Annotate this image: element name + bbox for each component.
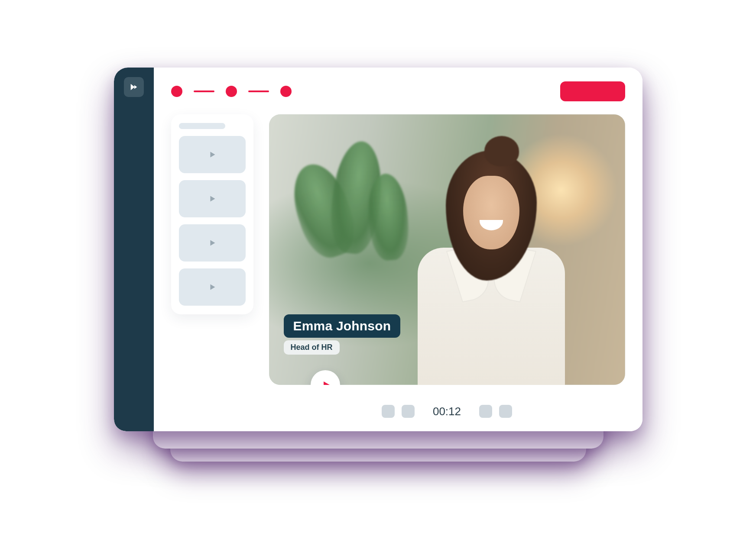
clips-panel-header	[179, 123, 226, 129]
clip-thumb-1[interactable]	[179, 136, 246, 173]
timecode: 00:12	[422, 405, 472, 418]
side-rail	[114, 68, 154, 431]
clip-thumb-2[interactable]	[179, 180, 246, 217]
play-forward-icon	[129, 82, 139, 92]
play-icon	[208, 282, 217, 292]
step-dash-2	[248, 90, 269, 92]
person-figure	[409, 136, 574, 385]
control-button-prev-clip[interactable]	[382, 405, 395, 418]
control-button-next-clip[interactable]	[499, 405, 512, 418]
play-icon	[208, 194, 217, 204]
lower-third: Emma Johnson Head of HR	[284, 314, 401, 355]
play-icon	[321, 380, 331, 385]
clips-panel	[171, 114, 253, 314]
step-dot-2[interactable]	[226, 86, 237, 97]
step-dot-1[interactable]	[171, 86, 182, 97]
step-progress-bar	[171, 79, 625, 114]
presenter-name: Emma Johnson	[284, 314, 401, 338]
presenter-role: Head of HR	[284, 340, 340, 355]
player-column: Emma Johnson Head of HR 00:12	[269, 114, 625, 418]
play-icon	[208, 150, 217, 159]
video-frame[interactable]: Emma Johnson Head of HR	[269, 114, 625, 385]
step-dash-1	[194, 90, 214, 92]
primary-action-button[interactable]	[560, 81, 625, 101]
main-area: Emma Johnson Head of HR 00:12	[154, 68, 642, 431]
app-logo[interactable]	[124, 77, 144, 97]
clip-thumb-3[interactable]	[179, 224, 246, 262]
player-controls: 00:12	[269, 385, 625, 418]
clip-thumb-4[interactable]	[179, 268, 246, 306]
control-button-step-back[interactable]	[402, 405, 415, 418]
app-window: Emma Johnson Head of HR 00:12	[114, 68, 642, 431]
control-button-step-forward[interactable]	[479, 405, 492, 418]
play-icon	[208, 238, 217, 248]
content-row: Emma Johnson Head of HR 00:12	[171, 114, 625, 418]
step-dot-3[interactable]	[280, 86, 292, 97]
